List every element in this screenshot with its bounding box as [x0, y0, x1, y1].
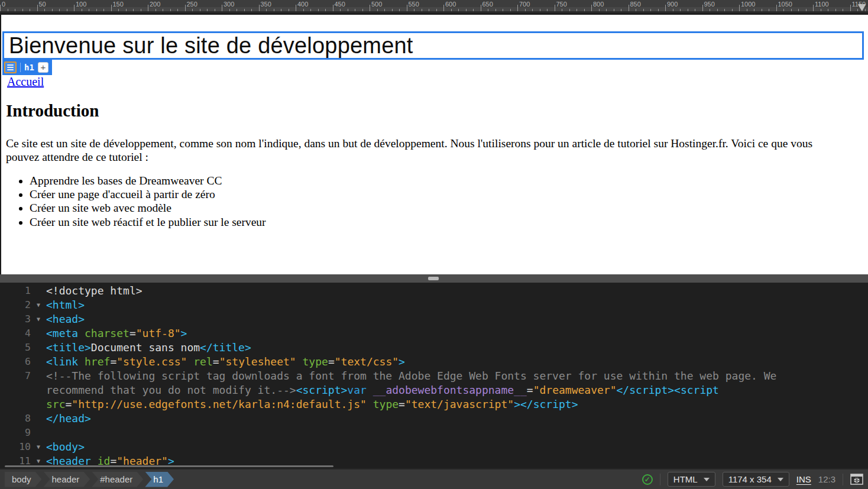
doc-type-dropdown[interactable]: HTML: [668, 472, 715, 487]
chevron-down-icon: [778, 478, 783, 481]
tag-selector-breadcrumb[interactable]: bodyheader#headerh1: [5, 472, 174, 487]
list-item[interactable]: Créer un site web avec modèle: [30, 201, 266, 215]
code-text[interactable]: <meta charset="utf-8">: [46, 326, 815, 341]
code-text[interactable]: <title>Document sans nom</title>: [46, 341, 815, 355]
code-text[interactable]: </head>: [46, 412, 815, 426]
line-number: 3: [0, 312, 31, 326]
window-size-dropdown[interactable]: 1174 x 354: [723, 472, 789, 487]
line-number: 5: [0, 341, 31, 355]
h1-heading-text[interactable]: Bienvenue sur le site de développement: [4, 33, 413, 59]
code-text[interactable]: <link href="style.css" rel="stylesheet" …: [46, 355, 815, 369]
code-line[interactable]: 1<!doctype html>: [0, 284, 868, 298]
ruler-label: 250: [187, 1, 197, 8]
list-item[interactable]: Créer un site web réactif et le publier …: [30, 215, 266, 229]
ruler-label: 650: [482, 1, 493, 8]
intro-paragraph[interactable]: Ce site est un site de développement, co…: [6, 137, 838, 164]
status-bar: bodyheader#headerh1 ✓ HTML 1174 x 354 IN…: [0, 468, 868, 489]
ruler-label: 100: [76, 1, 86, 8]
ruler-label: 200: [150, 1, 160, 8]
ruler-label: 900: [667, 1, 678, 8]
add-element-button[interactable]: +: [38, 62, 48, 73]
code-fold-icon[interactable]: ▼: [31, 440, 46, 454]
code-line[interactable]: 6<link href="style.css" rel="stylesheet"…: [0, 355, 868, 369]
tag-selector-body[interactable]: body: [5, 472, 42, 487]
design-view[interactable]: Bienvenue sur le site de développement h…: [0, 15, 868, 274]
dreamweaver-split-view: 0501001502002503003504004505005506006507…: [0, 0, 868, 489]
cursor-position: 12:3: [818, 474, 835, 484]
statusbar-right-cluster: ✓ HTML 1174 x 354 INS 12:3: [642, 472, 863, 487]
hamburger-icon[interactable]: [4, 61, 17, 73]
ruler-label: 1150: [852, 1, 866, 8]
ruler-label: 550: [409, 1, 419, 8]
code-line[interactable]: 2▼<html>: [0, 298, 868, 312]
code-fold-icon[interactable]: ▼: [31, 312, 46, 326]
line-number: 6: [0, 355, 31, 369]
line-number: 4: [0, 326, 31, 341]
code-line[interactable]: 4<meta charset="utf-8">: [0, 326, 868, 341]
ruler-label: 750: [556, 1, 567, 8]
code-line[interactable]: 8</head>: [0, 412, 868, 426]
code-fold-icon[interactable]: ▼: [31, 298, 46, 312]
element-display-divider: [20, 63, 21, 72]
ruler-label: 850: [630, 1, 641, 8]
code-view[interactable]: 1<!doctype html>2▼<html>3▼<head>4<meta c…: [0, 283, 868, 468]
ruler-label: 300: [224, 1, 234, 8]
accueil-link[interactable]: Accueil: [7, 75, 44, 89]
line-number: 7: [0, 369, 31, 383]
list-item[interactable]: Apprendre les bases de Dreamweaver CC: [30, 174, 266, 187]
code-line[interactable]: 5<title>Document sans nom</title>: [0, 341, 868, 355]
ruler-label: 400: [297, 1, 308, 8]
tag-selector-h1[interactable]: h1: [145, 472, 174, 487]
window-size-value: 1174 x 354: [728, 474, 772, 484]
code-text[interactable]: <body>: [46, 440, 815, 454]
line-number: 1: [0, 284, 31, 298]
tag-selector-header[interactable]: header: [44, 472, 90, 487]
code-line[interactable]: 7<!--The following script tag downloads …: [0, 369, 868, 412]
statusbar-separator: [660, 474, 660, 485]
ruler-label: 1050: [778, 1, 792, 8]
list-item[interactable]: Créer une page d'accueil à partir de zér…: [30, 187, 266, 201]
chevron-down-icon: [704, 478, 710, 481]
code-text[interactable]: <!--The following script tag downloads a…: [46, 369, 815, 412]
ruler-label: 450: [335, 1, 345, 8]
code-text[interactable]: <head>: [46, 312, 815, 326]
code-text[interactable]: <!doctype html>: [46, 284, 815, 298]
lint-ok-icon[interactable]: ✓: [642, 474, 653, 485]
code-line[interactable]: 3▼<head>: [0, 312, 868, 326]
ruler-label: 150: [113, 1, 124, 8]
horizontal-scrollbar-thumb[interactable]: [5, 465, 333, 467]
browser-preview-icon[interactable]: [850, 474, 863, 485]
element-display-bar[interactable]: h1 +: [2, 60, 52, 75]
ruler-label: 800: [593, 1, 604, 8]
ruler-label: 50: [39, 1, 46, 8]
line-number: 10: [0, 440, 31, 454]
doc-type-value: HTML: [673, 474, 698, 484]
line-number: 9: [0, 426, 31, 440]
ruler-label: 700: [519, 1, 530, 8]
insert-mode-toggle[interactable]: INS: [796, 474, 811, 484]
ruler-label: 950: [704, 1, 715, 8]
ruler-label: 500: [371, 1, 382, 8]
element-tag-label[interactable]: h1: [24, 63, 34, 72]
splitter-grip[interactable]: [428, 277, 439, 280]
code-line[interactable]: 10▼<body>: [0, 440, 868, 454]
ruler-tick-band: [0, 7, 868, 11]
ruler-label: 600: [445, 1, 456, 8]
ruler-label: 0: [2, 1, 5, 8]
line-number: 8: [0, 412, 31, 426]
selected-h1-element[interactable]: Bienvenue sur le site de développement: [2, 31, 864, 60]
view-splitter[interactable]: [0, 274, 868, 283]
ruler-label: 1100: [815, 1, 829, 8]
code-text[interactable]: <html>: [46, 298, 815, 312]
feature-list[interactable]: Apprendre les bases de Dreamweaver CCCré…: [6, 174, 266, 229]
ruler-label: 1000: [741, 1, 755, 8]
statusbar-separator: [843, 474, 843, 485]
tag-selector-id-header[interactable]: #header: [92, 472, 143, 487]
horizontal-ruler[interactable]: 0501001502002503003504004505005506006507…: [0, 0, 868, 13]
ruler-label: 350: [261, 1, 271, 8]
code-line[interactable]: 9: [0, 426, 868, 440]
line-number: 2: [0, 298, 31, 312]
h2-heading-text[interactable]: Introduction: [6, 101, 99, 121]
